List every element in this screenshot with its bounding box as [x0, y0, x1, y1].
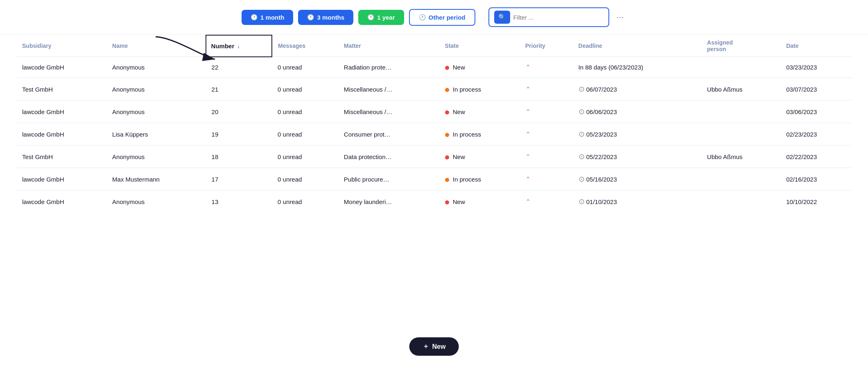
col-date[interactable]: Date — [780, 35, 852, 57]
cell-name: Anonymous — [106, 101, 206, 123]
deadline-check-icon: ⊙ — [579, 197, 585, 206]
state-dot — [445, 200, 449, 204]
state-dot — [445, 178, 449, 182]
cell-priority: ⌃ — [520, 57, 573, 78]
cell-priority: ⌃ — [520, 101, 573, 123]
cell-date: 10/10/2022 — [780, 191, 852, 213]
priority-arrow-icon: ⌃ — [525, 198, 531, 205]
priority-arrow-icon: ⌃ — [525, 176, 531, 183]
cell-name: Anonymous — [106, 191, 206, 213]
priority-arrow-icon: ⌃ — [525, 153, 531, 160]
data-table-container: Subsidiary Name Number ↓ Messages Matter… — [8, 35, 860, 213]
cell-priority: ⌃ — [520, 168, 573, 191]
col-messages[interactable]: Messages — [272, 35, 338, 57]
col-deadline[interactable]: Deadline — [573, 35, 701, 57]
cell-matter: Consumer prot… — [338, 123, 439, 146]
3-months-label: 3 months — [317, 14, 344, 21]
cell-state: In process — [439, 168, 520, 191]
cell-state: In process — [439, 123, 520, 146]
cell-matter: Public procure… — [338, 168, 439, 191]
cell-state: New — [439, 57, 520, 78]
priority-arrow-icon: ⌃ — [525, 64, 531, 71]
cell-deadline: ⊙ 05/22/2023 — [573, 146, 701, 168]
col-state[interactable]: State — [439, 35, 520, 57]
clock-icon-1year: 🕐 — [367, 14, 374, 20]
cell-matter: Miscellaneous /… — [338, 101, 439, 123]
deadline-check-icon: ⊙ — [579, 175, 585, 183]
cell-priority: ⌃ — [520, 146, 573, 168]
arrow-indicator — [147, 35, 221, 63]
table-row[interactable]: lawcode GmbH Lisa Küppers 19 0 unread Co… — [16, 123, 852, 146]
col-priority[interactable]: Priority — [520, 35, 573, 57]
cell-number: 17 — [206, 168, 272, 191]
cell-subsidiary: lawcode GmbH — [16, 57, 106, 78]
top-bar: 🕐 1 month 🕐 3 months 🕐 1 year 🕐 Other pe… — [0, 0, 868, 35]
cell-date: 02/16/2023 — [780, 168, 852, 191]
cell-name: Anonymous — [106, 146, 206, 168]
state-dot — [445, 88, 449, 92]
1-month-button[interactable]: 🕐 1 month — [242, 10, 293, 25]
filter-input[interactable] — [513, 14, 604, 21]
cell-messages: 0 unread — [272, 146, 338, 168]
state-dot — [445, 66, 449, 70]
1-year-button[interactable]: 🕐 1 year — [358, 10, 404, 25]
cell-date: 02/22/2023 — [780, 146, 852, 168]
table-row[interactable]: lawcode GmbH Anonymous 20 0 unread Misce… — [16, 101, 852, 123]
more-options-button[interactable]: ··· — [614, 12, 626, 22]
table-row[interactable]: Test GmbH Anonymous 18 0 unread Data pro… — [16, 146, 852, 168]
deadline-check-icon: ⊙ — [579, 153, 585, 161]
cell-messages: 0 unread — [272, 101, 338, 123]
3-months-button[interactable]: 🕐 3 months — [298, 10, 353, 25]
cell-assigned-person: Ubbo Aßmus — [701, 78, 780, 101]
cell-priority: ⌃ — [520, 78, 573, 101]
state-dot — [445, 110, 449, 114]
clock-icon-other: 🕐 — [419, 14, 426, 20]
cell-name: Max Mustermann — [106, 168, 206, 191]
cell-subsidiary: lawcode GmbH — [16, 101, 106, 123]
state-dot — [445, 155, 449, 159]
table-row[interactable]: lawcode GmbH Anonymous 13 0 unread Money… — [16, 191, 852, 213]
cell-subsidiary: lawcode GmbH — [16, 123, 106, 146]
priority-arrow-icon: ⌃ — [525, 86, 531, 93]
cell-messages: 0 unread — [272, 57, 338, 78]
cell-subsidiary: lawcode GmbH — [16, 191, 106, 213]
table-header-row: Subsidiary Name Number ↓ Messages Matter… — [16, 35, 852, 57]
cell-name: Lisa Küppers — [106, 123, 206, 146]
search-button[interactable]: 🔍 — [494, 11, 510, 24]
cell-date: 03/07/2023 — [780, 78, 852, 101]
cases-table: Subsidiary Name Number ↓ Messages Matter… — [16, 35, 852, 213]
cell-state: New — [439, 191, 520, 213]
cell-number: 20 — [206, 101, 272, 123]
cell-messages: 0 unread — [272, 191, 338, 213]
cell-matter: Radiation prote… — [338, 57, 439, 78]
deadline-check-icon: ⊙ — [579, 130, 585, 138]
1-year-label: 1 year — [377, 14, 395, 21]
cell-matter: Money launderi… — [338, 191, 439, 213]
state-dot — [445, 133, 449, 137]
cell-deadline: ⊙ 05/16/2023 — [573, 168, 701, 191]
cell-number: 18 — [206, 146, 272, 168]
table-row[interactable]: lawcode GmbH Max Mustermann 17 0 unread … — [16, 168, 852, 191]
col-subsidiary[interactable]: Subsidiary — [16, 35, 106, 57]
table-row[interactable]: lawcode GmbH Anonymous 22 0 unread Radia… — [16, 57, 852, 78]
search-icon: 🔍 — [498, 13, 506, 20]
cell-number: 21 — [206, 78, 272, 101]
cell-priority: ⌃ — [520, 191, 573, 213]
cell-assigned-person — [701, 101, 780, 123]
col-matter[interactable]: Matter — [338, 35, 439, 57]
cell-state: New — [439, 146, 520, 168]
cell-state: In process — [439, 78, 520, 101]
cell-matter: Data protection… — [338, 146, 439, 168]
table-row[interactable]: Test GmbH Anonymous 21 0 unread Miscella… — [16, 78, 852, 101]
clock-icon-3months: 🕐 — [307, 14, 314, 20]
cell-assigned-person — [701, 57, 780, 78]
other-period-label: Other period — [429, 14, 466, 21]
cell-date: 03/23/2023 — [780, 57, 852, 78]
cell-assigned-person — [701, 191, 780, 213]
priority-arrow-icon: ⌃ — [525, 108, 531, 115]
cell-messages: 0 unread — [272, 78, 338, 101]
cell-name: Anonymous — [106, 78, 206, 101]
col-assigned-person[interactable]: Assignedperson — [701, 35, 780, 57]
other-period-button[interactable]: 🕐 Other period — [409, 9, 475, 26]
priority-arrow-icon: ⌃ — [525, 131, 531, 138]
